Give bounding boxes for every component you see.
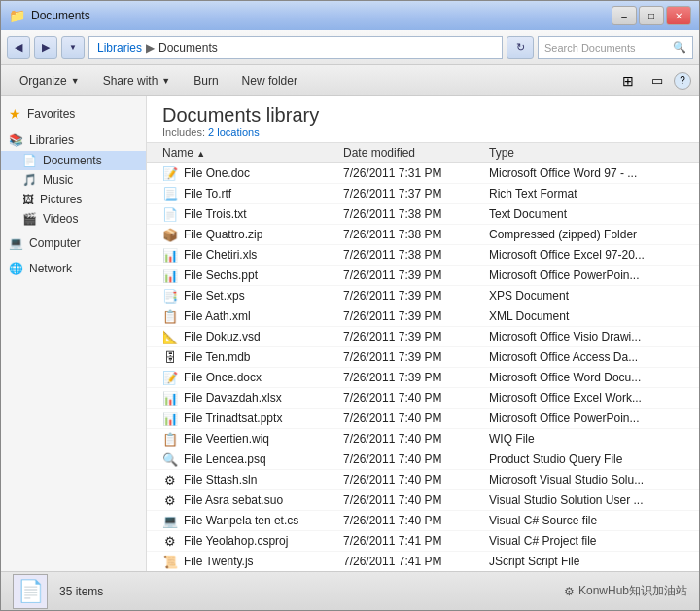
- table-row[interactable]: 📊 File Sechs.ppt 7/26/2011 7:39 PM Micro…: [147, 266, 699, 286]
- col-type[interactable]: Type: [489, 146, 683, 160]
- file-date: 7/26/2011 7:39 PM: [343, 350, 489, 364]
- sidebar-item-documents[interactable]: 📄 Documents: [1, 151, 146, 170]
- file-type: XML Document: [489, 309, 683, 323]
- recent-button[interactable]: ▼: [61, 36, 85, 59]
- file-type-icon: 📋: [162, 308, 178, 324]
- file-date: 7/26/2011 7:40 PM: [343, 412, 489, 425]
- file-name-text: File Chetiri.xls: [184, 248, 257, 262]
- file-type-icon: ⚙: [162, 492, 178, 508]
- table-row[interactable]: 📋 File Aath.xml 7/26/2011 7:39 PM XML Do…: [147, 306, 699, 327]
- minimize-button[interactable]: –: [612, 6, 637, 25]
- file-name-text: File Lencea.psq: [184, 452, 266, 466]
- help-button[interactable]: ?: [674, 72, 691, 90]
- sidebar-item-network[interactable]: 🌐 Network: [1, 258, 146, 279]
- music-folder-icon: 🎵: [22, 173, 37, 187]
- videos-label: Videos: [43, 212, 78, 226]
- file-date: 7/26/2011 7:39 PM: [343, 330, 489, 343]
- search-box[interactable]: Search Documents 🔍: [538, 36, 693, 59]
- forward-button[interactable]: ▶: [34, 36, 57, 59]
- file-date: 7/26/2011 7:41 PM: [343, 534, 489, 548]
- table-row[interactable]: 💻 File Wanpela ten et.cs 7/26/2011 7:40 …: [147, 511, 699, 531]
- table-row[interactable]: 📊 File Chetiri.xls 7/26/2011 7:38 PM Mic…: [147, 245, 699, 266]
- sidebar-item-music[interactable]: 🎵 Music: [1, 170, 146, 190]
- file-date: 7/26/2011 7:40 PM: [343, 473, 489, 486]
- file-type-icon: ⚙: [162, 472, 178, 487]
- computer-label: Computer: [29, 236, 81, 250]
- file-name-text: File Wanpela ten et.cs: [184, 514, 298, 527]
- table-row[interactable]: 📄 File Trois.txt 7/26/2011 7:38 PM Text …: [147, 204, 699, 225]
- file-list: 📝 File One.doc 7/26/2011 7:31 PM Microso…: [147, 163, 699, 571]
- file-type: WIQ File: [489, 432, 683, 446]
- file-name-cell: ⚙ File Sttash.sln: [162, 472, 343, 487]
- file-type: Microsoft Visual Studio Solu...: [489, 473, 683, 486]
- sidebar: ★ Favorites 📚 Libraries 📄 Documents 🎵 Mu…: [1, 96, 147, 571]
- file-name-cell: 📝 File One.doc: [162, 165, 343, 181]
- maximize-button[interactable]: □: [639, 6, 664, 25]
- computer-icon: 💻: [9, 236, 23, 250]
- file-name-text: File To.rtf: [184, 187, 231, 200]
- table-row[interactable]: 📝 File One.doc 7/26/2011 7:31 PM Microso…: [147, 163, 699, 184]
- file-name-text: File One.doc: [184, 166, 250, 180]
- window-title: Documents: [31, 9, 90, 22]
- file-type-icon: 📄: [162, 206, 178, 222]
- col-name[interactable]: Name ▲: [162, 146, 343, 160]
- pictures-folder-icon: 🖼: [22, 193, 34, 206]
- sidebar-item-favorites[interactable]: ★ Favorites: [1, 102, 146, 126]
- file-name-cell: 📦 File Quattro.zip: [162, 227, 343, 242]
- sidebar-item-pictures[interactable]: 🖼 Pictures: [1, 190, 146, 209]
- file-date: 7/26/2011 7:38 PM: [343, 248, 489, 262]
- file-type-icon: 📊: [162, 247, 178, 263]
- file-date: 7/26/2011 7:40 PM: [343, 493, 489, 507]
- file-type: Visual Studio Solution User ...: [489, 493, 683, 507]
- file-name-cell: 📃 File To.rtf: [162, 186, 343, 201]
- path-documents[interactable]: Documents: [158, 41, 218, 54]
- table-row[interactable]: 📊 File Davazdah.xlsx 7/26/2011 7:40 PM M…: [147, 388, 699, 409]
- table-row[interactable]: 🔍 File Lencea.psq 7/26/2011 7:40 PM Prod…: [147, 449, 699, 470]
- sidebar-item-computer[interactable]: 💻 Computer: [1, 233, 146, 254]
- sidebar-item-libraries[interactable]: 📚 Libraries: [1, 129, 146, 151]
- sidebar-item-videos[interactable]: 🎬 Videos: [1, 209, 146, 229]
- file-date: 7/26/2011 7:39 PM: [343, 289, 489, 303]
- table-row[interactable]: 📑 File Set.xps 7/26/2011 7:39 PM XPS Doc…: [147, 286, 699, 306]
- file-name-cell: 🔍 File Lencea.psq: [162, 451, 343, 467]
- organize-dropdown-icon: ▼: [71, 76, 80, 86]
- new-folder-button[interactable]: New folder: [231, 68, 308, 93]
- file-type: Visual C# Project file: [489, 534, 683, 548]
- table-row[interactable]: 📊 File Trinadtsat.pptx 7/26/2011 7:40 PM…: [147, 409, 699, 429]
- table-row[interactable]: 📐 File Dokuz.vsd 7/26/2011 7:39 PM Micro…: [147, 327, 699, 347]
- locations-link[interactable]: 2 locations: [208, 126, 260, 138]
- table-row[interactable]: 📃 File To.rtf 7/26/2011 7:37 PM Rich Tex…: [147, 184, 699, 204]
- table-row[interactable]: 📋 File Veertien.wiq 7/26/2011 7:40 PM WI…: [147, 429, 699, 449]
- path-libraries[interactable]: Libraries: [97, 41, 142, 54]
- col-date[interactable]: Date modified: [343, 146, 489, 160]
- address-path[interactable]: Libraries ▶ Documents: [88, 36, 503, 59]
- table-row[interactable]: ⚙ File Yeolahop.csproj 7/26/2011 7:41 PM…: [147, 531, 699, 552]
- share-button[interactable]: Share with ▼: [92, 68, 182, 93]
- file-type-icon: 📃: [162, 186, 178, 201]
- file-name-cell: 💻 File Wanpela ten et.cs: [162, 513, 343, 528]
- table-row[interactable]: 📜 File Twenty.js 7/26/2011 7:41 PM JScri…: [147, 552, 699, 571]
- table-row[interactable]: 🗄 File Ten.mdb 7/26/2011 7:39 PM Microso…: [147, 347, 699, 368]
- table-row[interactable]: ⚙ File Asra sebat.suo 7/26/2011 7:40 PM …: [147, 490, 699, 511]
- search-icon[interactable]: 🔍: [673, 41, 686, 54]
- refresh-button[interactable]: ↻: [507, 36, 534, 59]
- file-type: Microsoft Office Visio Drawi...: [489, 330, 683, 343]
- file-name-text: File Once.docx: [184, 371, 262, 384]
- back-button[interactable]: ◀: [7, 36, 30, 59]
- file-type: Product Studio Query File: [489, 452, 683, 466]
- explorer-window: 📁 Documents – □ ✕ ◀ ▶ ▼ Libraries ▶ Docu…: [0, 0, 700, 611]
- file-name-text: File Aath.xml: [184, 309, 251, 323]
- table-row[interactable]: 📝 File Once.docx 7/26/2011 7:39 PM Micro…: [147, 368, 699, 388]
- library-icon: 📚: [9, 133, 23, 147]
- change-view-button[interactable]: ⊞: [615, 69, 641, 92]
- file-type: Microsoft Office PowerPoin...: [489, 269, 683, 282]
- status-file-icon: 📄: [13, 574, 48, 609]
- file-type: Microsoft Office Access Da...: [489, 350, 683, 364]
- preview-pane-button[interactable]: ▭: [645, 69, 670, 92]
- close-button[interactable]: ✕: [666, 6, 691, 25]
- burn-button[interactable]: Burn: [183, 68, 228, 93]
- table-row[interactable]: 📦 File Quattro.zip 7/26/2011 7:38 PM Com…: [147, 225, 699, 245]
- organize-button[interactable]: Organize ▼: [9, 68, 90, 93]
- table-row[interactable]: ⚙ File Sttash.sln 7/26/2011 7:40 PM Micr…: [147, 470, 699, 490]
- file-type: Rich Text Format: [489, 187, 683, 200]
